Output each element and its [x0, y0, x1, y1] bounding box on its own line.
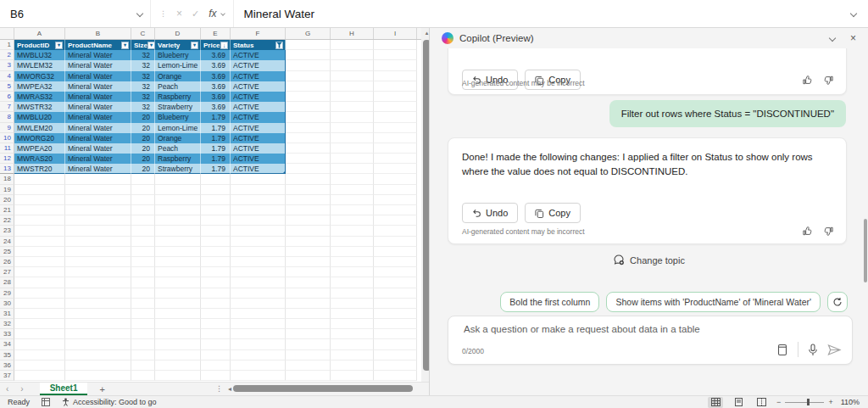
close-panel-icon[interactable]: × — [850, 33, 856, 43]
empty-cell[interactable] — [331, 133, 374, 143]
empty-cell[interactable] — [201, 299, 231, 309]
table-cell[interactable]: MWBLU20 — [14, 112, 65, 122]
empty-cell[interactable] — [14, 185, 65, 195]
empty-cell[interactable] — [286, 309, 331, 319]
empty-cell[interactable] — [286, 123, 331, 133]
table-cell[interactable]: 1.79 — [201, 123, 231, 133]
row-header-23[interactable]: 23 — [0, 226, 14, 236]
empty-cell[interactable] — [155, 299, 201, 309]
table-cell[interactable]: Mineral Water — [65, 50, 131, 60]
table-cell[interactable]: 32 — [131, 102, 155, 112]
formula-input[interactable]: Mineral Water — [234, 8, 315, 20]
row-header-30[interactable]: 30 — [0, 299, 14, 309]
empty-cell[interactable] — [331, 277, 374, 288]
row-header-32[interactable]: 32 — [0, 319, 14, 329]
table-cell[interactable]: ACTIVE — [231, 112, 286, 122]
empty-cell[interactable] — [155, 237, 201, 247]
table-cell[interactable]: ACTIVE — [231, 164, 286, 174]
table-cell[interactable]: Mineral Water — [65, 154, 131, 164]
row-header-12[interactable]: 12 — [0, 154, 14, 164]
table-cell[interactable]: 32 — [131, 81, 155, 92]
send-icon[interactable] — [827, 344, 842, 356]
empty-cell[interactable] — [65, 185, 131, 195]
next-sheet-icon[interactable]: › — [14, 384, 29, 394]
empty-cell[interactable] — [374, 60, 417, 70]
empty-cell[interactable] — [331, 185, 374, 195]
empty-cell[interactable] — [374, 360, 417, 371]
table-cell[interactable]: Mineral Water — [65, 71, 131, 81]
empty-cell[interactable] — [286, 237, 331, 247]
empty-cell[interactable] — [231, 309, 286, 319]
empty-cell[interactable] — [14, 237, 65, 247]
empty-cell[interactable] — [201, 195, 231, 205]
table-cell[interactable]: 3.69 — [201, 71, 231, 81]
zoom-out-button[interactable]: − — [776, 398, 781, 406]
empty-cell[interactable] — [201, 350, 231, 360]
empty-cell[interactable] — [14, 339, 65, 349]
table-cell[interactable]: MWPEA20 — [14, 143, 65, 154]
empty-cell[interactable] — [65, 215, 131, 226]
zoom-slider[interactable] — [785, 402, 824, 403]
empty-cell[interactable] — [331, 143, 374, 154]
empty-cell[interactable] — [131, 339, 155, 349]
empty-cell[interactable] — [131, 257, 155, 267]
empty-cell[interactable] — [131, 226, 155, 236]
empty-cell[interactable] — [65, 288, 131, 299]
table-cell[interactable]: Blueberry — [155, 112, 201, 122]
table-cell[interactable]: 1.79 — [201, 112, 231, 122]
row-header-35[interactable]: 35 — [0, 350, 14, 360]
row-header-36[interactable]: 36 — [0, 360, 14, 371]
empty-cell[interactable] — [155, 319, 201, 329]
fx-chevron-icon[interactable] — [220, 11, 225, 16]
table-cell[interactable]: ACTIVE — [231, 71, 286, 81]
empty-cell[interactable] — [374, 205, 417, 215]
empty-cell[interactable] — [155, 257, 201, 267]
empty-cell[interactable] — [331, 237, 374, 247]
empty-cell[interactable] — [65, 339, 131, 349]
empty-cell[interactable] — [286, 174, 331, 184]
empty-cell[interactable] — [231, 360, 286, 371]
empty-cell[interactable] — [331, 71, 374, 81]
empty-cell[interactable] — [231, 299, 286, 309]
empty-cell[interactable] — [201, 277, 231, 288]
scroll-left-icon[interactable]: ◂ — [228, 385, 231, 393]
expand-formula-bar-icon[interactable] — [850, 10, 857, 17]
enter-icon[interactable]: ✓ — [192, 8, 199, 20]
empty-cell[interactable] — [231, 319, 286, 329]
empty-cell[interactable] — [331, 123, 374, 133]
empty-cell[interactable] — [331, 257, 374, 267]
grid-horizontal-scrollbar[interactable]: ⋮ ◂ — [215, 382, 429, 395]
empty-cell[interactable] — [374, 247, 417, 257]
empty-cell[interactable] — [65, 226, 131, 236]
row-header-20[interactable]: 20 — [0, 195, 14, 205]
table-cell[interactable]: ACTIVE — [231, 133, 286, 143]
empty-cell[interactable] — [201, 257, 231, 267]
empty-cell[interactable] — [65, 174, 131, 184]
empty-cell[interactable] — [374, 112, 417, 122]
name-box[interactable]: B6 — [0, 0, 151, 27]
refresh-suggestions-button[interactable] — [827, 292, 848, 312]
empty-cell[interactable] — [65, 237, 131, 247]
empty-cell[interactable] — [231, 247, 286, 257]
empty-cell[interactable] — [374, 339, 417, 349]
filter-icon[interactable]: ▾ — [121, 42, 129, 49]
row-header-2[interactable]: 2 — [0, 50, 14, 60]
table-cell[interactable]: 1.79 — [201, 154, 231, 164]
row-header-26[interactable]: 26 — [0, 257, 14, 267]
empty-cell[interactable] — [155, 329, 201, 339]
table-cell[interactable]: 3.69 — [201, 102, 231, 112]
empty-cell[interactable] — [374, 143, 417, 154]
empty-cell[interactable] — [131, 371, 155, 381]
table-cell[interactable]: Peach — [155, 81, 201, 92]
table-cell[interactable]: Mineral Water — [65, 102, 131, 112]
empty-cell[interactable] — [201, 185, 231, 195]
table-cell[interactable]: 20 — [131, 143, 155, 154]
empty-cell[interactable] — [286, 288, 331, 299]
normal-view-icon[interactable] — [708, 397, 723, 408]
empty-cell[interactable] — [374, 195, 417, 205]
empty-cell[interactable] — [155, 215, 201, 226]
table-cell[interactable]: MWSTR32 — [14, 102, 65, 112]
table-cell[interactable]: ACTIVE — [231, 81, 286, 92]
table-cell[interactable]: MWLEM20 — [14, 123, 65, 133]
empty-cell[interactable] — [374, 319, 417, 329]
